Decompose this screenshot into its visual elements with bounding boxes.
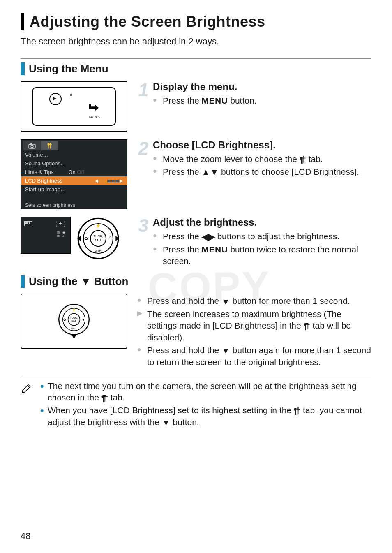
page-title: Adjusting the Screen Brightness [30,13,371,30]
svg-text:SET: SET [95,238,101,242]
svg-text:DISP.: DISP. [71,328,76,330]
svg-text:✿: ✿ [84,236,88,241]
battery-icon [24,221,32,226]
svg-text:ϟ: ϟ [109,236,112,241]
menu-word: MENU [202,96,228,105]
brightness-slider: ◀ ▶ [95,178,123,183]
step-1-line: Press the MENU button. [153,95,371,106]
svg-text:FUNC.: FUNC. [70,317,78,319]
step-number-3: 3 [137,217,150,268]
divider [21,58,371,59]
camera-menu-label: MENU [89,115,100,119]
subsection-using-menu: Using the Menu [29,62,108,75]
brightness-adjust-screenshot: ❲✦❳ ▥ ◉▭ ⌕ [21,217,71,254]
svg-text:DISP.: DISP. [95,249,101,252]
tools-tab-icon: ¶† [304,321,310,332]
down-icon: ▼ [221,296,230,308]
control-wheel-down-illustration: FUNC. SET DISP. ⚡ ✿ ϟ [21,294,127,349]
svg-point-1 [31,145,33,148]
main-title-block: Adjusting the Screen Brightness [21,13,371,30]
step-2-line-1: Move the zoom lever to choose the ¶† tab… [153,153,371,165]
notes-block: The next time you turn on the camera, th… [21,377,371,430]
step-1-heading: Display the menu. [153,81,371,93]
subsection-heading-block-2: Using the ▼ Button [21,275,371,288]
down-icon: ▼ [221,345,230,356]
step-number-2: 2 [137,139,150,179]
svg-text:FUNC.: FUNC. [94,234,103,238]
pencil-note-icon [21,380,35,430]
subsection-using-button: Using the ▼ Button [29,275,128,287]
menu-row-volume: Volume… [21,150,127,159]
svg-marker-23 [71,335,77,339]
note-1: The next time you turn on the camera, th… [39,380,371,404]
control-wheel-illustration: FUNC. SET DISP. ⚡ ✿ ϟ [76,217,121,260]
down-triangle-icon: ▼ [81,275,91,287]
step-2-line-2: Press the ▲▼ buttons to choose [LCD Brig… [153,166,371,178]
lcd-menu-screenshot: ¶† Volume… Sound Options… Hints & Tips O… [21,139,127,209]
button-section: FUNC. SET DISP. ⚡ ✿ ϟ Press and hold the… [21,294,371,369]
tools-tab-icon: ¶† [300,154,306,165]
step-3: ❲✦❳ ▥ ◉▭ ⌕ FUNC. SET DISP. ⚡ ✿ ϟ [21,217,371,268]
menu-row-sound: Sound Options… [21,159,127,168]
menu-status-bar: Sets screen brightness [21,201,127,209]
menu-row-hints: Hints & Tips On Off [21,168,127,176]
tools-tab-icon: ¶† [101,393,108,404]
menu-tab-tools-icon: ¶† [41,141,58,150]
left-right-icon: ◀▶ [202,231,215,243]
svg-text:⚡: ⚡ [96,223,101,228]
step-2: ¶† Volume… Sound Options… Hints & Tips O… [21,139,371,209]
step-number-1: 1 [137,81,150,107]
camera-back-illustration: MENU [21,81,127,132]
step-3-heading: Adjust the brightness. [153,217,371,228]
svg-text:✿: ✿ [63,318,66,322]
menu-row-lcd: LCD Brightness ◀ ▶ [21,176,127,185]
svg-text:ϟ: ϟ [82,318,84,322]
svg-text:SET: SET [72,319,76,322]
step-1: MENU 1 Display the menu. Press the MENU … [21,81,371,132]
up-down-icon: ▲▼ [202,167,219,178]
camera-mode-icon: ❲✦❳ [54,221,67,227]
menu-tab-camera-icon [23,141,41,150]
step-3-line-2: Press the MENU button twice to restore t… [153,244,371,267]
page-number: 48 [21,531,30,541]
intro-text: The screen brightness can be adjusted in… [21,36,371,47]
down-icon: ▼ [162,417,171,428]
button-line-3: Press and hold the ▼ button again for mo… [137,345,371,368]
note-2: When you have [LCD Brightness] set to it… [39,405,371,429]
step-3-line-1: Press the ◀▶ buttons to adjust the brigh… [153,231,371,243]
svg-rect-2 [30,143,32,145]
subsection-heading-block: Using the Menu [21,62,371,75]
menu-word: MENU [202,245,228,254]
step-2-heading: Choose [LCD Brightness]. [153,139,371,151]
button-line-2: The screen increases to maximum brightne… [137,308,371,344]
button-line-1: Press and hold the ▼ button for more tha… [137,295,371,308]
svg-text:⚡: ⚡ [72,308,76,312]
menu-row-startup: Start-up Image… [21,185,127,194]
tools-tab-icon: ¶† [294,405,300,416]
